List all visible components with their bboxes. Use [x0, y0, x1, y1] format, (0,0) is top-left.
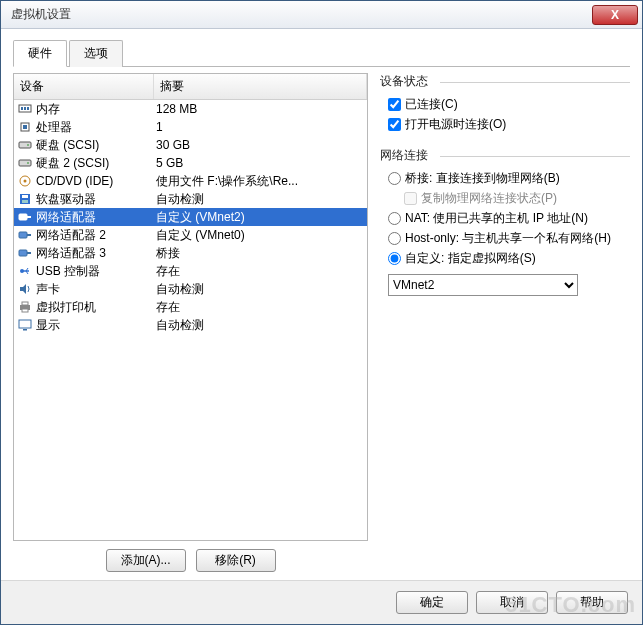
device-name: 内存: [36, 101, 156, 118]
window-title: 虚拟机设置: [11, 6, 592, 23]
device-name: 硬盘 2 (SCSI): [36, 155, 156, 172]
svg-rect-2: [24, 107, 26, 110]
device-row[interactable]: 硬盘 2 (SCSI)5 GB: [14, 154, 367, 172]
device-row[interactable]: 虚拟打印机存在: [14, 298, 367, 316]
connected-input[interactable]: [388, 98, 401, 111]
device-row[interactable]: 网络适配器自定义 (VMnet2): [14, 208, 367, 226]
device-name: 网络适配器 3: [36, 245, 156, 262]
remove-button[interactable]: 移除(R): [196, 549, 276, 572]
radio-nat[interactable]: NAT: 使用已共享的主机 IP 地址(N): [388, 210, 630, 227]
svg-rect-17: [19, 232, 27, 238]
device-row[interactable]: 声卡自动检测: [14, 280, 367, 298]
radio-bridged-label: 桥接: 直接连接到物理网络(B): [405, 170, 560, 187]
sound-icon: [16, 281, 34, 297]
svg-rect-18: [27, 234, 31, 236]
radio-nat-label: NAT: 使用已共享的主机 IP 地址(N): [405, 210, 588, 227]
radio-bridged[interactable]: 桥接: 直接连接到物理网络(B): [388, 170, 630, 187]
radio-hostonly-input[interactable]: [388, 232, 401, 245]
device-summary: 自动检测: [156, 191, 365, 208]
printer-icon: [16, 299, 34, 315]
tab-options-label: 选项: [84, 46, 108, 60]
device-summary: 使用文件 F:\操作系统\Re...: [156, 173, 365, 190]
network-icon: [16, 227, 34, 243]
device-summary: 自定义 (VMnet0): [156, 227, 365, 244]
network-connection-title: 网络连接: [380, 147, 630, 164]
replicate-input: [404, 192, 417, 205]
device-list: 设备 摘要 内存128 MB处理器1硬盘 (SCSI)30 GB硬盘 2 (SC…: [13, 73, 368, 541]
device-row[interactable]: CD/DVD (IDE)使用文件 F:\操作系统\Re...: [14, 172, 367, 190]
device-status-group: 设备状态 已连接(C) 打开电源时连接(O): [380, 73, 630, 133]
device-name: 软盘驱动器: [36, 191, 156, 208]
svg-rect-24: [22, 309, 28, 312]
tab-hardware-label: 硬件: [28, 46, 52, 60]
svg-rect-26: [23, 329, 27, 331]
display-icon: [16, 317, 34, 333]
device-row[interactable]: 处理器1: [14, 118, 367, 136]
device-row[interactable]: 显示自动检测: [14, 316, 367, 334]
device-summary: 桥接: [156, 245, 365, 262]
svg-rect-25: [19, 320, 31, 328]
network-icon: [16, 245, 34, 261]
svg-rect-16: [27, 216, 31, 218]
help-button[interactable]: 帮助: [556, 591, 628, 614]
add-button[interactable]: 添加(A)...: [106, 549, 186, 572]
hdd-icon: [16, 155, 34, 171]
close-icon: X: [611, 8, 619, 22]
cd-icon: [16, 173, 34, 189]
radio-custom[interactable]: 自定义: 指定虚拟网络(S): [388, 250, 630, 267]
device-name: 声卡: [36, 281, 156, 298]
connect-poweron-input[interactable]: [388, 118, 401, 131]
radio-custom-label: 自定义: 指定虚拟网络(S): [405, 250, 536, 267]
device-row[interactable]: 硬盘 (SCSI)30 GB: [14, 136, 367, 154]
connected-checkbox[interactable]: 已连接(C): [388, 96, 630, 113]
device-name: 虚拟打印机: [36, 299, 156, 316]
tab-strip: 硬件 选项: [13, 39, 630, 67]
device-name: 网络适配器 2: [36, 227, 156, 244]
radio-custom-input[interactable]: [388, 252, 401, 265]
hdd-icon: [16, 137, 34, 153]
settings-window: 虚拟机设置 X 硬件 选项 设备 摘要 内存128 MB处理器1硬盘 (SCSI…: [0, 0, 643, 625]
device-name: CD/DVD (IDE): [36, 174, 156, 188]
device-row[interactable]: 内存128 MB: [14, 100, 367, 118]
network-connection-group: 网络连接 桥接: 直接连接到物理网络(B) 复制物理网络连接状态(P) NAT:…: [380, 147, 630, 296]
device-row[interactable]: 网络适配器 2自定义 (VMnet0): [14, 226, 367, 244]
device-summary: 存在: [156, 299, 365, 316]
svg-rect-5: [23, 125, 27, 129]
window-close-button[interactable]: X: [592, 5, 638, 25]
svg-point-7: [27, 144, 29, 146]
device-row[interactable]: USB 控制器存在: [14, 262, 367, 280]
svg-rect-20: [27, 252, 31, 254]
radio-hostonly[interactable]: Host-only: 与主机共享一个私有网络(H): [388, 230, 630, 247]
device-name: 处理器: [36, 119, 156, 136]
svg-rect-8: [19, 160, 31, 166]
radio-nat-input[interactable]: [388, 212, 401, 225]
device-summary: 自定义 (VMnet2): [156, 209, 365, 226]
memory-icon: [16, 101, 34, 117]
device-name: 网络适配器: [36, 209, 156, 226]
usb-icon: [16, 263, 34, 279]
ok-button[interactable]: 确定: [396, 591, 468, 614]
network-icon: [16, 209, 34, 225]
titlebar: 虚拟机设置 X: [1, 1, 642, 29]
window-body: 硬件 选项 设备 摘要 内存128 MB处理器1硬盘 (SCSI)30 GB硬盘…: [1, 29, 642, 580]
device-summary: 1: [156, 120, 365, 134]
connected-label: 已连接(C): [405, 96, 458, 113]
footer: 确定 取消 帮助: [1, 580, 642, 624]
replicate-checkbox: 复制物理网络连接状态(P): [404, 190, 630, 207]
tab-options[interactable]: 选项: [69, 40, 123, 67]
cpu-icon: [16, 119, 34, 135]
svg-point-9: [27, 162, 29, 164]
connect-poweron-checkbox[interactable]: 打开电源时连接(O): [388, 116, 630, 133]
svg-rect-19: [19, 250, 27, 256]
vmnet-select[interactable]: VMnet2: [388, 274, 578, 296]
col-header-summary[interactable]: 摘要: [154, 74, 367, 99]
floppy-icon: [16, 191, 34, 207]
tab-hardware[interactable]: 硬件: [13, 40, 67, 67]
cancel-button[interactable]: 取消: [476, 591, 548, 614]
device-summary: 5 GB: [156, 156, 365, 170]
col-header-device[interactable]: 设备: [14, 74, 154, 99]
radio-bridged-input[interactable]: [388, 172, 401, 185]
device-row[interactable]: 网络适配器 3桥接: [14, 244, 367, 262]
svg-rect-14: [22, 200, 28, 203]
device-row[interactable]: 软盘驱动器自动检测: [14, 190, 367, 208]
